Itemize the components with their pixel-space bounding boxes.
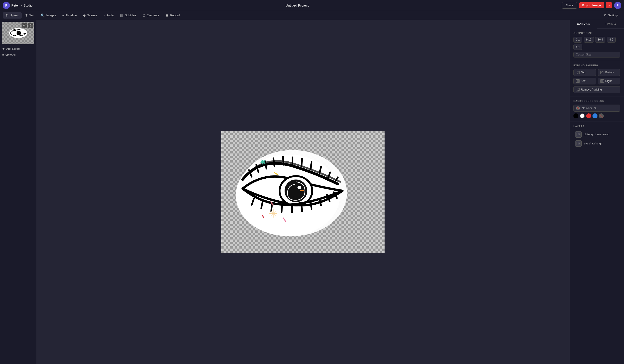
size-1-1-button[interactable]: 1:1 (573, 37, 582, 43)
view-all-icon: ≡ (2, 53, 4, 57)
svg-line-52 (600, 114, 604, 118)
layer-item-2[interactable]: 🖼 eye drawing gif (573, 139, 620, 148)
pad-right-button[interactable]: Right (598, 78, 621, 84)
svg-line-26 (302, 204, 302, 211)
svg-line-21 (252, 199, 254, 205)
custom-size-button[interactable]: Custom Size (573, 52, 620, 58)
topbar: P Peter › Studio Untitled Project Share … (0, 0, 624, 11)
svg-line-8 (265, 161, 266, 169)
project-title: Untitled Project (35, 3, 559, 7)
elements-button[interactable]: ⬡ Elements (140, 12, 162, 19)
eye-drawing-svg (229, 143, 361, 241)
export-dropdown-button[interactable]: ▾ (606, 2, 612, 8)
svg-line-6 (249, 170, 252, 177)
size-9-16-button[interactable]: 9:16 (584, 37, 594, 43)
size-buttons: 1:1 9:16 16:9 4:5 5:4 (573, 37, 620, 50)
svg-line-40 (262, 216, 264, 218)
add-scene-button[interactable]: ⊕ Add Scene (2, 46, 34, 51)
subtitles-icon: ▤ (120, 13, 123, 17)
svg-line-23 (271, 204, 272, 211)
size-4-5-button[interactable]: 4:5 (607, 37, 616, 43)
export-image-button[interactable]: Export Image (579, 2, 604, 8)
color-swatch-red[interactable] (586, 114, 591, 118)
svg-rect-42 (577, 72, 578, 73)
remove-padding-button[interactable]: Remove Padding (573, 86, 620, 93)
audio-button[interactable]: ♪ Audio (101, 12, 117, 18)
svg-marker-35 (259, 158, 267, 166)
size-5-4-button[interactable]: 5:4 (573, 44, 582, 50)
color-swatch-black[interactable] (573, 114, 578, 118)
top-actions: Share Export Image ▾ P (562, 2, 621, 9)
scene-thumb-actions: ⧉ 🗑 (22, 23, 33, 28)
record-icon: ⏺ (165, 13, 169, 17)
share-button[interactable]: Share (562, 2, 577, 9)
svg-rect-49 (577, 89, 579, 91)
scene-thumbnail[interactable]: ⧉ 🗑 (2, 22, 34, 44)
settings-icon: ⚙ (604, 14, 606, 17)
pad-left-icon (576, 79, 580, 83)
logo-avatar: P (3, 2, 10, 9)
svg-point-18 (285, 180, 307, 202)
settings-button[interactable]: ⚙ Settings (601, 12, 621, 18)
text-button[interactable]: T Text (23, 12, 37, 18)
svg-line-27 (311, 202, 312, 209)
pad-left-button[interactable]: Left (573, 78, 596, 84)
svg-line-33 (271, 211, 276, 216)
scene-copy-button[interactable]: ⧉ (22, 23, 27, 28)
eyedropper-button[interactable]: ✎ (594, 106, 597, 110)
main-layout: ⧉ 🗑 ⊕ Add Scene ≡ View All (0, 20, 624, 364)
svg-line-15 (328, 172, 330, 179)
subtitles-button[interactable]: ▤ Subtitles (117, 12, 139, 19)
scene-delete-button[interactable]: 🗑 (28, 23, 33, 28)
expand-padding-title: EXPAND PADDING (573, 64, 620, 67)
svg-line-34 (271, 211, 276, 216)
background-color-title: BACKGROUND COLOR (573, 100, 620, 102)
add-scene-icon: ⊕ (2, 47, 5, 50)
no-color-button[interactable]: No color ✎ (573, 105, 620, 112)
scenes-button[interactable]: ◆ Scenes (80, 12, 100, 19)
record-button[interactable]: ⏺ Record (163, 12, 182, 18)
right-panel: CANVAS TIMING OUTPUT SIZE 1:1 9:16 16:9 … (570, 20, 624, 364)
pad-bottom-button[interactable]: Bottom (598, 69, 621, 76)
output-size-title: OUTPUT SIZE (573, 32, 620, 34)
pad-top-icon (576, 71, 580, 74)
color-swatch-blue[interactable] (593, 114, 598, 118)
upload-button[interactable]: ⬆ Upload (3, 12, 22, 19)
svg-line-36 (274, 173, 278, 175)
svg-point-3 (20, 32, 20, 33)
color-swatch-no-color[interactable] (599, 114, 604, 118)
layer-name-2: eye drawing gif (584, 142, 602, 145)
tab-timing[interactable]: TIMING (597, 20, 624, 28)
output-size-section: OUTPUT SIZE 1:1 9:16 16:9 4:5 5:4 Custom… (570, 28, 624, 61)
user-avatar[interactable]: P (614, 2, 621, 9)
scenes-icon: ◆ (83, 13, 86, 17)
tab-canvas[interactable]: CANVAS (570, 20, 597, 28)
layer-name-1: glitter gif transparent (584, 133, 609, 136)
view-all-button[interactable]: ≡ View All (2, 52, 34, 58)
svg-rect-44 (601, 71, 603, 73)
layers-section: LAYERS 🖼 glitter gif transparent 🖼 eye d… (570, 122, 624, 151)
images-button[interactable]: 🔍 Images (38, 12, 59, 19)
timeline-button[interactable]: ≡ Timeline (60, 12, 79, 18)
svg-line-22 (261, 202, 262, 208)
pad-right-icon (600, 79, 604, 83)
svg-line-16 (335, 177, 338, 183)
svg-line-37 (271, 202, 273, 205)
canvas-area[interactable] (36, 20, 570, 364)
layer-item-1[interactable]: 🖼 glitter gif transparent (573, 130, 620, 139)
svg-line-38 (300, 190, 303, 191)
expand-padding-section: EXPAND PADDING Top Bottom (570, 61, 624, 96)
background-color-section: BACKGROUND COLOR No color ✎ (570, 96, 624, 122)
svg-line-28 (319, 199, 321, 205)
svg-line-7 (256, 165, 259, 172)
elements-icon: ⬡ (142, 13, 145, 17)
color-swatch-white[interactable] (580, 114, 585, 118)
svg-line-14 (319, 167, 321, 174)
pad-top-button[interactable]: Top (573, 69, 596, 76)
svg-line-9 (273, 158, 274, 166)
images-icon: 🔍 (41, 13, 45, 17)
toolbar: ⬆ Upload T Text 🔍 Images ≡ Timeline ◆ Sc… (0, 11, 624, 20)
layer-thumb-2: 🖼 (575, 140, 582, 147)
svg-point-17 (280, 176, 312, 205)
size-16-9-button[interactable]: 16:9 (595, 37, 605, 43)
